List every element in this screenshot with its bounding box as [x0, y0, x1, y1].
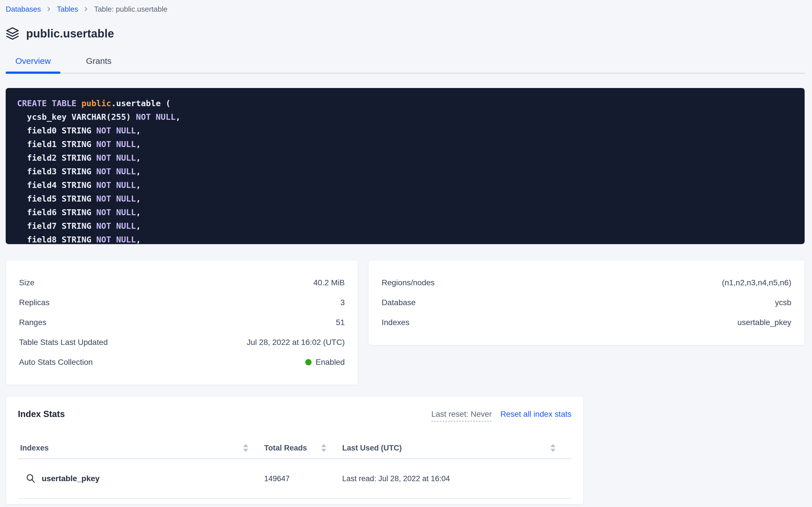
detail-label: Auto Stats Collection — [19, 358, 93, 367]
detail-value: Jul 28, 2022 at 16:02 (UTC) — [247, 338, 345, 347]
placement-details-card: Regions/nodes(n1,n2,n3,n4,n5,n6)Database… — [368, 260, 805, 345]
sql-line-3: field1 STRING NOT NULL, — [17, 137, 799, 151]
detail-value: 40.2 MiB — [314, 278, 345, 287]
detail-row-indexes: Indexesusertable_pkey — [382, 313, 791, 332]
sort-up-icon — [321, 444, 326, 447]
detail-label: Size — [19, 278, 34, 287]
sql-line-7: field5 STRING NOT NULL, — [17, 192, 799, 206]
index-name-cell: usertable_pkey — [18, 474, 264, 484]
sort-arrows-icon[interactable] — [550, 444, 556, 452]
index-stats-card: Index Stats Last reset: Never Reset all … — [6, 396, 583, 504]
sql-line-5: field3 STRING NOT NULL, — [17, 165, 799, 178]
chevron-right-icon — [83, 6, 89, 12]
tabbar: OverviewGrants — [6, 53, 805, 74]
detail-value-text: usertable_pkey — [737, 318, 791, 327]
tab-grants[interactable]: Grants — [76, 53, 121, 73]
detail-label: Database — [382, 298, 416, 307]
detail-cards-row: Size40.2 MiBReplicas3Ranges51Table Stats… — [6, 260, 805, 385]
sql-line-0: CREATE TABLE public.usertable ( — [17, 97, 799, 110]
breadcrumb-item-databases[interactable]: Databases — [6, 5, 41, 14]
sort-arrows-icon[interactable] — [243, 444, 248, 452]
sort-up-icon — [243, 444, 248, 447]
sql-line-2: field0 STRING NOT NULL, — [17, 124, 799, 137]
sql-line-6: field4 STRING NOT NULL, — [17, 178, 799, 192]
sql-line-1: ycsb_key VARCHAR(255) NOT NULL, — [17, 110, 799, 124]
stack-icon — [6, 27, 19, 40]
sort-down-icon — [550, 449, 556, 452]
page-title: public.usertable — [26, 27, 114, 40]
create-table-sql-block: CREATE TABLE public.usertable ( ycsb_key… — [6, 88, 805, 244]
table-details-card: Size40.2 MiBReplicas3Ranges51Table Stats… — [6, 260, 358, 385]
detail-value-text: 40.2 MiB — [314, 278, 345, 287]
column-header-label: Total Reads — [264, 444, 307, 452]
detail-value: ycsb — [775, 298, 791, 307]
detail-value: 51 — [336, 318, 345, 327]
total-reads-cell: 149647 — [264, 474, 342, 483]
detail-value-text: ycsb — [775, 298, 791, 307]
index-stats-table-body: usertable_pkey149647Last read: Jul 28, 2… — [18, 459, 571, 499]
detail-label: Ranges — [19, 318, 47, 327]
detail-value-text: Enabled — [315, 358, 345, 367]
detail-row-replicas: Replicas3 — [19, 293, 345, 313]
detail-row-size: Size40.2 MiB — [19, 273, 345, 293]
table-detail-page: DatabasesTablesTable: public.usertable p… — [0, 0, 812, 504]
sql-line-4: field2 STRING NOT NULL, — [17, 151, 799, 165]
detail-label: Table Stats Last Updated — [19, 338, 108, 347]
index-stats-title: Index Stats — [18, 409, 65, 419]
tab-overview[interactable]: Overview — [6, 53, 60, 73]
index-stats-header: Index Stats Last reset: Never Reset all … — [18, 409, 571, 421]
sort-down-icon — [321, 449, 326, 452]
column-header-indexes[interactable]: Indexes — [18, 444, 264, 452]
index-name: usertable_pkey — [42, 474, 100, 483]
column-header-label: Indexes — [20, 444, 49, 452]
last-reset-label: Last reset: Never — [431, 410, 492, 421]
breadcrumb-item-tables[interactable]: Tables — [57, 5, 78, 14]
column-header-last-used-utc-[interactable]: Last Used (UTC) — [342, 444, 571, 452]
column-header-label: Last Used (UTC) — [342, 444, 402, 452]
detail-value: usertable_pkey — [737, 318, 791, 327]
detail-row-database: Databaseycsb — [382, 293, 791, 313]
detail-value-text: 3 — [340, 298, 345, 307]
sort-arrows-icon[interactable] — [321, 444, 326, 452]
detail-value: Enabled — [305, 358, 345, 367]
sql-line-10: field8 STRING NOT NULL, — [17, 233, 799, 244]
detail-value: 3 — [340, 298, 345, 307]
index-stats-table-header: IndexesTotal ReadsLast Used (UTC) — [18, 438, 571, 459]
reset-all-index-stats-link[interactable]: Reset all index stats — [500, 410, 571, 419]
index-stats-reset-area: Last reset: Never Reset all index stats — [431, 409, 571, 421]
detail-row-auto-stats-collection: Auto Stats CollectionEnabled — [19, 352, 345, 372]
chevron-right-icon — [46, 6, 52, 12]
detail-label: Regions/nodes — [382, 278, 435, 287]
magnifier-icon — [26, 474, 36, 484]
page-title-row: public.usertable — [6, 26, 805, 41]
index-stats-row: usertable_pkey149647Last read: Jul 28, 2… — [18, 459, 571, 499]
detail-value-text: Jul 28, 2022 at 16:02 (UTC) — [247, 338, 345, 347]
breadcrumb: DatabasesTablesTable: public.usertable — [6, 4, 805, 14]
sql-line-9: field7 STRING NOT NULL, — [17, 219, 799, 233]
last-used-cell: Last read: Jul 28, 2022 at 16:04 — [342, 474, 571, 483]
sql-line-8: field6 STRING NOT NULL, — [17, 206, 799, 219]
status-dot — [305, 359, 312, 365]
detail-label: Indexes — [382, 318, 410, 327]
detail-value-text: (n1,n2,n3,n4,n5,n6) — [722, 278, 791, 287]
detail-row-regions-nodes: Regions/nodes(n1,n2,n3,n4,n5,n6) — [382, 273, 791, 293]
detail-value-text: 51 — [336, 318, 345, 327]
detail-label: Replicas — [19, 298, 49, 307]
detail-value: (n1,n2,n3,n4,n5,n6) — [722, 278, 791, 287]
breadcrumb-item-table-public-usertable: Table: public.usertable — [94, 5, 168, 14]
detail-row-ranges: Ranges51 — [19, 313, 345, 332]
detail-row-table-stats-last-updated: Table Stats Last UpdatedJul 28, 2022 at … — [19, 332, 345, 352]
sort-up-icon — [550, 444, 556, 447]
sort-down-icon — [243, 449, 248, 452]
column-header-total-reads[interactable]: Total Reads — [264, 444, 342, 452]
